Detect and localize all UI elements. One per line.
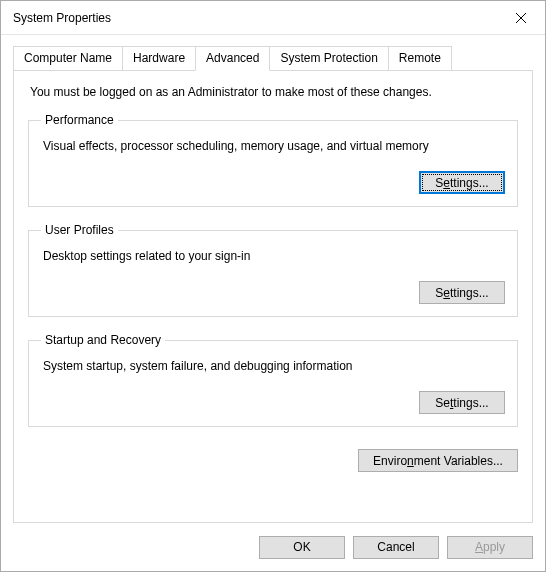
titlebar: System Properties (1, 1, 545, 35)
performance-settings-button[interactable]: Settings... (419, 171, 505, 194)
window-title: System Properties (13, 11, 499, 25)
tab-computer-name[interactable]: Computer Name (13, 46, 123, 71)
intro-text: You must be logged on as an Administrato… (30, 85, 518, 99)
group-performance-title: Performance (41, 113, 118, 127)
group-user-profiles-title: User Profiles (41, 223, 118, 237)
group-performance-desc: Visual effects, processor scheduling, me… (43, 139, 505, 153)
group-startup-recovery-desc: System startup, system failure, and debu… (43, 359, 505, 373)
group-startup-recovery-title: Startup and Recovery (41, 333, 165, 347)
tab-remote[interactable]: Remote (388, 46, 452, 71)
tab-hardware[interactable]: Hardware (122, 46, 196, 71)
tab-panel-advanced: You must be logged on as an Administrato… (13, 70, 533, 523)
system-properties-window: System Properties Computer Name Hardware… (0, 0, 546, 572)
group-user-profiles: User Profiles Desktop settings related t… (28, 223, 518, 317)
ok-button[interactable]: OK (259, 536, 345, 559)
tab-system-protection[interactable]: System Protection (269, 46, 388, 71)
user-profiles-settings-button[interactable]: Settings... (419, 281, 505, 304)
group-user-profiles-desc: Desktop settings related to your sign-in (43, 249, 505, 263)
tabstrip: Computer Name Hardware Advanced System P… (13, 45, 533, 70)
environment-variables-button[interactable]: Environment Variables... (358, 449, 518, 472)
startup-recovery-settings-button[interactable]: Settings... (419, 391, 505, 414)
close-button[interactable] (499, 3, 543, 33)
tab-advanced[interactable]: Advanced (195, 46, 270, 71)
dialog-content: Computer Name Hardware Advanced System P… (1, 35, 545, 523)
group-startup-recovery: Startup and Recovery System startup, sys… (28, 333, 518, 427)
apply-button[interactable]: Apply (447, 536, 533, 559)
dialog-footer: OK Cancel Apply (1, 523, 545, 571)
group-performance: Performance Visual effects, processor sc… (28, 113, 518, 207)
cancel-button[interactable]: Cancel (353, 536, 439, 559)
close-icon (516, 13, 526, 23)
